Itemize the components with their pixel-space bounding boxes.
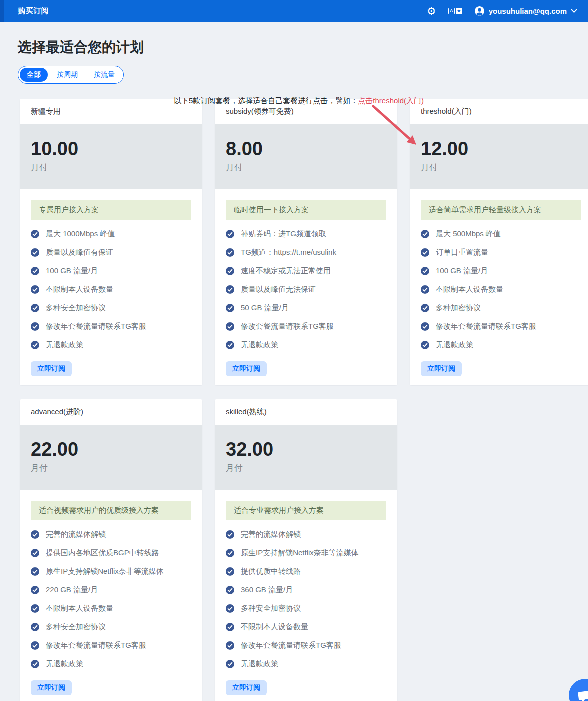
feature-item: 补贴券码：进TG频道领取	[226, 225, 386, 243]
check-circle-icon	[421, 322, 429, 331]
feature-text: 完善的流媒体解锁	[241, 530, 301, 539]
plan-price-block: 10.00 月付	[20, 124, 202, 189]
app-title: 购买订阅	[18, 6, 49, 16]
tab-by-traffic[interactable]: 按流量	[87, 68, 122, 82]
check-circle-icon	[421, 267, 429, 275]
plan-banner: 专属用户接入方案	[31, 200, 191, 220]
feature-text: 提供国内各地区优质BGP中转线路	[46, 548, 159, 558]
feature-text: 无退款政策	[241, 659, 278, 669]
check-circle-icon	[31, 322, 39, 331]
plan-banner: 适合专业需求用户接入方案	[226, 501, 386, 520]
feature-text: 100 GB 流量/月	[436, 266, 488, 276]
feature-text: 100 GB 流量/月	[46, 266, 98, 276]
check-circle-icon	[421, 341, 429, 349]
feature-item: 不限制本人设备数量	[31, 599, 191, 618]
settings-gear-icon[interactable]: ⚙	[427, 6, 436, 16]
feature-text: 补贴券码：进TG频道领取	[241, 229, 326, 239]
feature-item: 质量以及峰值有保证	[31, 243, 191, 262]
page-title: 选择最适合您的计划	[18, 38, 588, 57]
subscribe-now-button[interactable]: 立即订阅	[31, 680, 72, 695]
feature-text: 多种安全加密协议	[241, 604, 301, 613]
feature-item: 修改年套餐流量请联系TG客服	[421, 317, 581, 336]
feature-item: 100 GB 流量/月	[31, 262, 191, 280]
top-header: 购买订阅 ⚙ A★ yousuhulian@qq.com	[0, 0, 588, 22]
plan-billing-period: 月付	[226, 162, 386, 173]
feature-text: 提供优质中转线路	[241, 567, 301, 576]
tab-by-period[interactable]: 按周期	[50, 68, 85, 82]
plan-billing-period: 月付	[31, 462, 191, 474]
plan-card[interactable]: subsidy(领券可免费) 8.00 月付 临时使用一下接入方案 补贴券码：进…	[215, 99, 397, 385]
feature-text: 360 GB 流量/月	[241, 585, 293, 595]
header-actions: ⚙ A★ yousuhulian@qq.com	[427, 6, 577, 16]
plan-name: threshold(入门)	[410, 99, 588, 124]
main-content: 选择最适合您的计划 全部 按周期 按流量 以下5款订阅套餐，选择适合自己套餐进行…	[0, 38, 588, 701]
plan-card[interactable]: 新疆专用 10.00 月付 专属用户接入方案 最大 1000Mbps 峰值质量以…	[20, 99, 202, 385]
feature-text: 修改套餐流量请联系TG客服	[241, 322, 334, 331]
plan-feature-list: 最大 500Mbps 峰值订单日重置流量100 GB 流量/月不限制本人设备数量…	[421, 225, 581, 354]
plan-banner: 临时使用一下接入方案	[226, 200, 386, 220]
language-translate-icon[interactable]: A★	[448, 8, 462, 14]
check-circle-icon	[31, 341, 39, 349]
feature-item: 速度不稳定或无法正常使用	[226, 262, 386, 280]
feature-text: 质量以及峰值无法保证	[241, 285, 316, 294]
check-circle-icon	[226, 230, 234, 238]
subscribe-now-button[interactable]: 立即订阅	[421, 361, 462, 376]
plan-feature-list: 完善的流媒体解锁原生IP支持解锁Netflix奈非等流媒体提供优质中转线路360…	[226, 525, 386, 673]
feature-item: 不限制本人设备数量	[31, 280, 191, 299]
feature-item: 100 GB 流量/月	[421, 262, 581, 280]
check-circle-icon	[31, 623, 39, 631]
plan-name: advanced(进阶)	[20, 399, 202, 425]
feature-item: 最大 1000Mbps 峰值	[31, 225, 191, 243]
feature-item: 50 GB 流量/月	[226, 299, 386, 317]
user-avatar-icon	[474, 6, 485, 16]
feature-item: 最大 500Mbps 峰值	[421, 225, 581, 243]
feature-text: 最大 500Mbps 峰值	[436, 229, 501, 239]
feature-item: 不限制本人设备数量	[226, 618, 386, 636]
check-circle-icon	[31, 586, 39, 594]
check-circle-icon	[421, 230, 429, 238]
check-circle-icon	[226, 304, 234, 312]
feature-item: 360 GB 流量/月	[226, 581, 386, 599]
feature-item: 多种安全加密协议	[226, 599, 386, 618]
plan-feature-list: 补贴券码：进TG频道领取TG频道：https://t.me/usulink速度不…	[226, 225, 386, 354]
plan-card[interactable]: threshold(入门) 12.00 月付 适合简单需求用户轻量级接入方案 最…	[410, 99, 588, 385]
check-circle-icon	[226, 248, 234, 257]
feature-item: 无退款政策	[226, 655, 386, 673]
plan-card[interactable]: advanced(进阶) 22.00 月付 适合视频需求用户的优质级接入方案 完…	[20, 399, 202, 701]
check-circle-icon	[226, 322, 234, 331]
check-circle-icon	[226, 641, 234, 650]
feature-text: 订单日重置流量	[436, 248, 488, 257]
plan-price: 10.00	[31, 138, 191, 160]
check-circle-icon	[421, 285, 429, 294]
chevron-down-icon	[571, 9, 577, 13]
subscribe-now-button[interactable]: 立即订阅	[226, 361, 267, 376]
plan-card[interactable]: skilled(熟练) 32.00 月付 适合专业需求用户接入方案 完善的流媒体…	[215, 399, 397, 701]
feature-item: 质量以及峰值无法保证	[226, 280, 386, 299]
check-circle-icon	[226, 604, 234, 613]
subscribe-now-button[interactable]: 立即订阅	[31, 361, 72, 376]
check-circle-icon	[226, 586, 234, 594]
feature-text: 不限制本人设备数量	[241, 622, 308, 632]
tab-all[interactable]: 全部	[20, 68, 48, 82]
user-menu[interactable]: yousuhulian@qq.com	[474, 6, 577, 16]
plan-billing-period: 月付	[421, 162, 581, 173]
feature-item: 无退款政策	[31, 655, 191, 673]
feature-text: 无退款政策	[436, 340, 473, 350]
subscribe-now-button[interactable]: 立即订阅	[226, 680, 267, 695]
feature-item: 不限制本人设备数量	[421, 280, 581, 299]
hint-text: 以下5款订阅套餐，选择适合自己套餐进行点击，譬如：	[174, 96, 358, 105]
plan-feature-list: 完善的流媒体解锁提供国内各地区优质BGP中转线路原生IP支持解锁Netflix奈…	[31, 525, 191, 673]
feature-item: 提供优质中转线路	[226, 562, 386, 581]
feature-item: 多种安全加密协议	[31, 299, 191, 317]
feature-text: 无退款政策	[46, 340, 83, 350]
feature-item: 完善的流媒体解锁	[226, 525, 386, 544]
check-circle-icon	[226, 530, 234, 539]
check-circle-icon	[421, 304, 429, 312]
feature-text: 修改年套餐流量请联系TG客服	[46, 322, 146, 331]
feature-text: 速度不稳定或无法正常使用	[241, 266, 331, 276]
plan-filter-tabs: 全部 按周期 按流量	[18, 66, 124, 84]
feature-item: 原生IP支持解锁Netflix奈非等流媒体	[31, 562, 191, 581]
check-circle-icon	[226, 341, 234, 349]
check-circle-icon	[31, 248, 39, 257]
check-circle-icon	[31, 304, 39, 312]
